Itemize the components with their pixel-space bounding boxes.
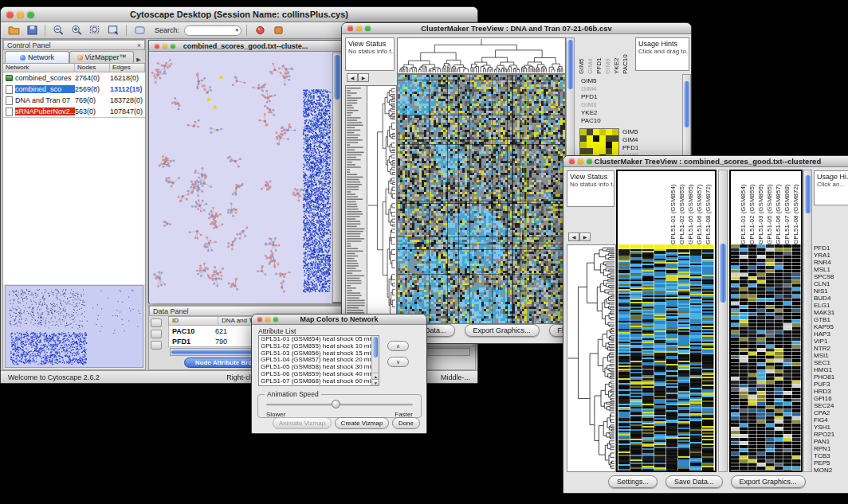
gene-label[interactable]: SEC24 — [814, 402, 848, 409]
gene-label[interactable]: YRA1 — [814, 252, 848, 259]
heatmap-vscrollbar[interactable] — [718, 170, 728, 472]
attribute-list-vscrollbar[interactable]: ▲ ▼ — [371, 336, 379, 385]
zoom-icon[interactable] — [273, 317, 278, 322]
gene-label[interactable]: PHO81 — [814, 373, 848, 381]
column-dendrogram-canvas[interactable] — [397, 37, 566, 74]
network-overview-canvas[interactable] — [5, 285, 143, 368]
gene-label[interactable]: GIM5 — [581, 77, 601, 85]
zoom-vscrollbar[interactable] — [803, 170, 812, 472]
scroll-up-icon[interactable]: ▲ — [372, 373, 379, 379]
zoom-out-icon[interactable] — [50, 24, 66, 37]
network-row[interactable]: DNA and Tran 07 769(0) 183728(0) — [3, 95, 145, 106]
gene-label[interactable]: PAN1 — [814, 438, 848, 445]
row-dendrogram-canvas[interactable] — [567, 244, 616, 472]
settings-button[interactable]: Settings... — [608, 475, 658, 488]
save-data-button[interactable]: Save Data... — [665, 475, 723, 488]
titlebar[interactable]: ClusterMaker TreeView : DNA and Tran 07-… — [342, 23, 691, 34]
column-header[interactable]: Nodes — [75, 64, 110, 72]
zoom-icon[interactable] — [365, 25, 371, 31]
gene-label[interactable]: MSI1 — [814, 352, 848, 359]
export-graphics-button[interactable]: Export Graphics... — [731, 475, 806, 488]
plugin-icon[interactable] — [270, 24, 286, 37]
titlebar[interactable]: Cytoscape Desktop (Session Name: collins… — [1, 7, 477, 22]
gene-label[interactable]: RNR4 — [814, 259, 848, 266]
scrollbar-thumb[interactable] — [567, 40, 573, 89]
spin-left-button[interactable]: ◀ — [568, 232, 579, 241]
gene-label[interactable]: VIP1 — [814, 338, 848, 345]
column-label[interactable]: GPL51-06 (GSM857) — [775, 171, 782, 244]
zoom-icon[interactable] — [171, 44, 175, 49]
annotation-icon[interactable] — [132, 24, 147, 37]
tab-network[interactable]: Network — [5, 51, 69, 63]
column-label[interactable]: GIM5 — [578, 37, 585, 74]
save-session-icon[interactable] — [24, 24, 40, 37]
tab-overflow-button[interactable]: ▶ — [134, 57, 143, 63]
row-dendrogram-canvas[interactable] — [367, 85, 397, 326]
network-row[interactable]: combined_scores 2764(0) 16218(0) — [3, 72, 145, 84]
gene-label[interactable]: NTR2 — [814, 345, 848, 352]
minimize-icon[interactable] — [265, 317, 270, 322]
column-header[interactable]: Edges — [110, 64, 145, 72]
gene-label[interactable]: HMG1 — [814, 366, 848, 373]
gene-label[interactable]: CLN1 — [814, 280, 848, 287]
network-canvas[interactable] — [150, 53, 332, 303]
scrollbar-thumb[interactable] — [805, 175, 811, 213]
gene-label[interactable]: GIM3 — [581, 101, 601, 109]
close-icon[interactable] — [347, 25, 353, 31]
select-attributes-icon[interactable] — [151, 318, 162, 327]
gene-label[interactable]: PEP5 — [814, 459, 848, 467]
gene-label[interactable]: TCB3 — [814, 452, 848, 459]
gene-label[interactable]: PAC10 — [581, 117, 601, 125]
gene-label[interactable]: GIM4 — [581, 85, 601, 93]
column-label[interactable]: GPL51-01 (GSM854) — [740, 171, 747, 244]
scroll-down-icon[interactable]: ▼ — [372, 379, 379, 385]
close-icon[interactable] — [257, 317, 262, 322]
zoom-heatmap-canvas[interactable] — [731, 244, 801, 471]
gene-label[interactable]: PFD1 — [814, 244, 848, 252]
done-button[interactable]: Done — [392, 417, 420, 429]
column-header[interactable]: ID — [169, 317, 218, 325]
column-label[interactable]: PFD1 — [595, 37, 603, 74]
open-session-icon[interactable] — [6, 24, 22, 37]
gene-label[interactable]: GPI16 — [814, 395, 848, 402]
gene-label[interactable]: KAP95 — [814, 323, 848, 330]
spin-right-button[interactable]: ▶ — [579, 232, 591, 241]
gene-label[interactable]: PUF3 — [814, 381, 848, 388]
gene-label[interactable]: SEC1 — [814, 359, 848, 366]
column-label[interactable]: GPL51-01 (GSM854) — [669, 171, 677, 244]
animation-speed-slider[interactable] — [332, 400, 340, 408]
zoom-fit-icon[interactable] — [87, 24, 103, 37]
column-label[interactable]: GPL51-07 (GSM868) — [783, 171, 791, 244]
vizmapper-icon[interactable] — [252, 24, 268, 37]
create-attribute-icon[interactable] — [151, 330, 162, 338]
gene-label[interactable]: ELG1 — [814, 302, 848, 309]
gene-label[interactable]: PFD1 — [581, 93, 601, 101]
gene-label[interactable]: YKE2 — [581, 109, 601, 117]
zoom-in-icon[interactable] — [69, 24, 84, 37]
attribute-item[interactable]: GPL51-07 (GSM868) heat shock 60 min — [259, 378, 379, 385]
gene-label[interactable]: YSH1 — [814, 424, 848, 431]
spin-left-button[interactable]: ◀ — [347, 73, 358, 82]
gene-label[interactable]: FIG4 — [814, 416, 848, 424]
column-label[interactable]: PAC10 — [622, 37, 629, 74]
close-icon[interactable] — [569, 158, 575, 164]
network-row[interactable]: combined_sco 2569(8) 13112(15) — [3, 84, 145, 95]
gene-label[interactable]: SPC98 — [814, 273, 848, 280]
animate-vizmap-button[interactable]: Animate Vizmap — [273, 417, 332, 429]
column-label[interactable]: GPL51-02 (GSM855) — [748, 171, 756, 244]
column-label[interactable]: GPL51-05 (GSM865) — [687, 171, 694, 244]
titlebar[interactable]: combined_scores_good.txt--cluste... — [149, 41, 342, 52]
search-input[interactable]: ▾ — [184, 25, 241, 36]
gene-label[interactable]: HAP3 — [814, 330, 848, 338]
gene-label[interactable]: MON2 — [814, 467, 848, 474]
gene-label[interactable]: RPO21 — [814, 431, 848, 438]
gene-label[interactable]: GTB1 — [814, 316, 848, 323]
zoom-icon[interactable] — [27, 11, 34, 18]
minimize-icon[interactable] — [17, 11, 24, 18]
move-down-button[interactable]: ∨ — [387, 357, 409, 367]
heatmap-canvas[interactable] — [397, 74, 566, 324]
export-graphics-button[interactable]: Export Graphics... — [465, 324, 540, 337]
zoom-selected-icon[interactable] — [105, 24, 121, 37]
heatmap-canvas[interactable] — [618, 244, 714, 471]
close-icon[interactable] — [6, 11, 14, 18]
